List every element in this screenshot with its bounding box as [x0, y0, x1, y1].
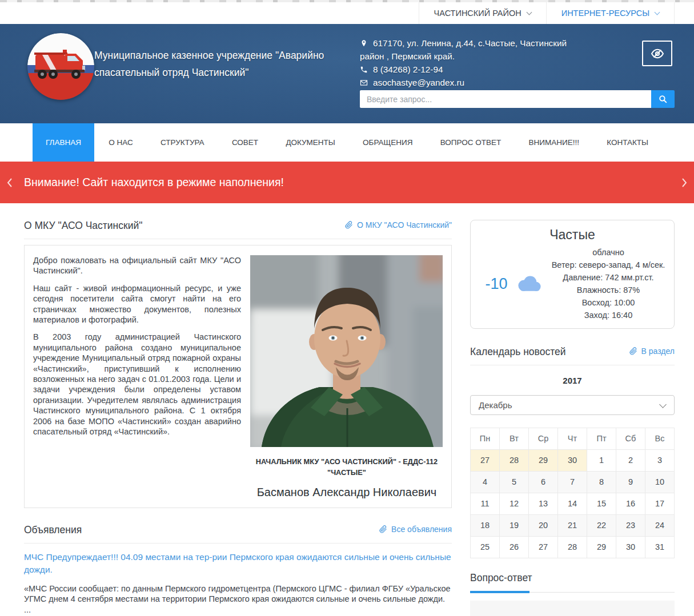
director-portrait: НАЧАЛЬНИК МКУ "АСО ЧАСТИНСКИЙ" - ЕДДС-11…: [250, 255, 443, 500]
calendar-day[interactable]: 27: [528, 537, 557, 558]
calendar-day[interactable]: 2: [616, 450, 645, 471]
topbar-internet-resources-menu[interactable]: ИНТЕРНЕТ-РЕСУРСЫ: [546, 2, 675, 24]
alert-banner: Внимание! Сайт находится в режиме наполн…: [0, 162, 694, 203]
calendar-day[interactable]: 5: [499, 472, 528, 493]
site-header: Муниципальное казенное учреждение "Авари…: [0, 24, 694, 123]
announcements-title: Объявления: [24, 524, 82, 536]
calendar-section-head: Календарь новостей В раздел: [470, 346, 675, 358]
org-logo[interactable]: [27, 33, 94, 100]
paperclip-icon: [379, 525, 387, 533]
weather-humidity: Влажность: 87%: [549, 284, 667, 296]
header-contacts: 617170, ул. Ленина, д.44, с.Частые, Част…: [360, 37, 572, 89]
topbar-internet-resources-label: ИНТЕРНЕТ-РЕСУРСЫ: [561, 9, 649, 18]
calendar-day[interactable]: 1: [587, 450, 616, 471]
search-input[interactable]: [360, 90, 651, 108]
accessibility-version-button[interactable]: [642, 41, 672, 66]
calendar-day[interactable]: 14: [557, 493, 587, 514]
left-column: О МКУ "АСО Частинский" О МКУ "АСО Частин…: [24, 220, 452, 616]
calendar-day[interactable]: 15: [587, 493, 616, 514]
calendar-day[interactable]: 6: [528, 472, 557, 493]
weather-temp-block: -10: [478, 246, 549, 321]
right-column: Частые -10 облачно Ветер: северо-запад, …: [470, 220, 675, 616]
alert-banner-text: Внимание! Сайт находится в режиме наполн…: [24, 176, 284, 189]
eye-off-icon: [651, 47, 664, 61]
envelope-icon: [360, 77, 368, 85]
qa-title: Вопрос-ответ: [470, 572, 532, 584]
calendar-day[interactable]: 10: [645, 472, 674, 493]
calendar-day[interactable]: 28: [557, 537, 587, 558]
paperclip-icon: [345, 221, 353, 229]
calendar-day[interactable]: 12: [499, 493, 528, 514]
nav-item-about[interactable]: О НАС: [95, 123, 146, 162]
about-section-head: О МКУ "АСО Частинский" О МКУ "АСО Частин…: [24, 220, 452, 232]
calendar-day[interactable]: 29: [528, 450, 557, 471]
calendar-day[interactable]: 24: [645, 515, 674, 536]
nav-item-council[interactable]: СОВЕТ: [219, 123, 271, 162]
main-nav: ГЛАВНАЯ О НАС СТРУКТУРА СОВЕТ ДОКУМЕНТЫ …: [0, 123, 694, 162]
qa-content-placeholder: [470, 601, 675, 616]
calendar-day[interactable]: 28: [499, 450, 528, 471]
search-bar: [360, 90, 675, 108]
calendar-day[interactable]: 26: [499, 537, 528, 558]
calendar-day[interactable]: 27: [471, 450, 499, 471]
banner-prev-button[interactable]: [5, 174, 15, 191]
calendar-day[interactable]: 31: [645, 537, 674, 558]
calendar-weekday: Вс: [645, 428, 674, 449]
calendar-day[interactable]: 8: [587, 472, 616, 493]
nav-item-contacts[interactable]: КОНТАКТЫ: [593, 123, 661, 162]
calendar-day[interactable]: 11: [471, 493, 499, 514]
portrait-caption-title: НАЧАЛЬНИК МКУ "АСО ЧАСТИНСКИЙ" - ЕДДС-11…: [250, 456, 443, 478]
nav-item-attention[interactable]: ВНИМАНИЕ!!!: [515, 123, 592, 162]
calendar-weekday: Сб: [616, 428, 645, 449]
chevron-left-icon: [7, 178, 13, 188]
calendar-day[interactable]: 16: [616, 493, 645, 514]
calendar-day[interactable]: 4: [471, 472, 499, 493]
calendar-day[interactable]: 30: [557, 450, 587, 471]
month-select[interactable]: Декабрь: [470, 395, 675, 415]
calendar-day[interactable]: 25: [471, 537, 499, 558]
calendar-day[interactable]: 23: [616, 515, 645, 536]
calendar-day[interactable]: 21: [557, 515, 587, 536]
nav-item-home[interactable]: ГЛАВНАЯ: [33, 123, 94, 162]
calendar-day[interactable]: 20: [528, 515, 557, 536]
main-content: О МКУ "АСО Частинский" О МКУ "АСО Частин…: [0, 203, 694, 616]
announcement-link[interactable]: МЧС Предупреждает!!! 04.09 местами на те…: [24, 551, 452, 577]
calendar-day[interactable]: 7: [557, 472, 587, 493]
nav-item-structure[interactable]: СТРУКТУРА: [147, 123, 218, 162]
calendar-day[interactable]: 17: [645, 493, 674, 514]
calendar-day[interactable]: 9: [616, 472, 645, 493]
nav-item-documents[interactable]: ДОКУМЕНТЫ: [272, 123, 348, 162]
org-name: Муниципальное казенное учреждение "Авари…: [94, 47, 358, 81]
announcement-body: «МЧС России сообщает: по данным Пермског…: [24, 583, 452, 615]
calendar-day[interactable]: 3: [645, 450, 674, 471]
org-email[interactable]: asochastye@yandex.ru: [360, 76, 572, 89]
chevron-down-icon: [526, 9, 532, 15]
about-box: Добро пожаловать на официальный сайт МКУ…: [24, 245, 452, 508]
weather-temperature: -10: [485, 275, 507, 293]
weather-body: -10 облачно Ветер: северо-запад, 4 м/сек…: [478, 246, 667, 321]
calendar-weekday: Пн: [471, 428, 499, 449]
about-section-link[interactable]: О МКУ "АСО Частинский": [345, 220, 452, 230]
about-paragraph: В 2003 году администрацией Частинского м…: [33, 332, 241, 437]
phone-icon: [360, 64, 368, 72]
calendar-day[interactable]: 18: [471, 515, 499, 536]
calendar-day[interactable]: 13: [528, 493, 557, 514]
location-pin-icon: [360, 38, 368, 46]
calendar-day[interactable]: 19: [499, 515, 528, 536]
calendar-section-link[interactable]: В раздел: [629, 347, 675, 356]
all-announcements-link[interactable]: Все объявления: [379, 525, 452, 534]
org-address: 617170, ул. Ленина, д.44, с.Частые, Част…: [360, 37, 572, 63]
nav-item-appeals[interactable]: ОБРАЩЕНИЯ: [350, 123, 426, 162]
calendar-weekday: Вт: [499, 428, 528, 449]
topbar: ЧАСТИНСКИЙ РАЙОН ИНТЕРНЕТ-РЕСУРСЫ: [0, 2, 694, 24]
calendar-day[interactable]: 30: [616, 537, 645, 558]
search-button[interactable]: [651, 90, 675, 108]
org-phone: 8 (34268) 2-12-94: [360, 63, 572, 76]
banner-next-button[interactable]: [679, 174, 689, 191]
about-text: Добро пожаловать на официальный сайт МКУ…: [33, 255, 241, 500]
calendar-day[interactable]: 29: [587, 537, 616, 558]
topbar-district-menu[interactable]: ЧАСТИНСКИЙ РАЙОН: [419, 2, 546, 24]
calendar-day[interactable]: 22: [587, 515, 616, 536]
nav-item-qa[interactable]: ВОПРОС ОТВЕТ: [427, 123, 514, 162]
divider: [24, 239, 452, 239]
